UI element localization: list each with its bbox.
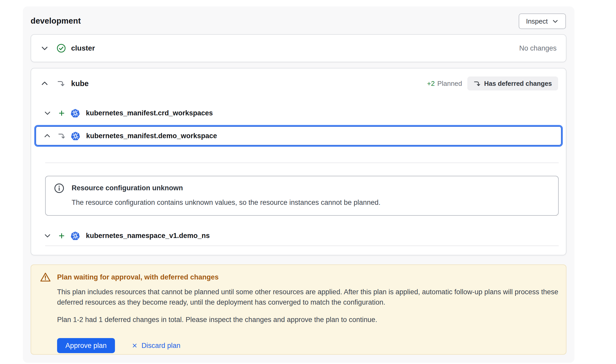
discard-plan-label: Discard plan [141, 342, 180, 350]
chevron-down-icon[interactable] [44, 109, 51, 117]
create-plus-icon [58, 110, 65, 117]
resource-name: kubernetes_manifest.demo_workspace [86, 132, 217, 140]
kube-component-card: kube +2 Planned Has deferred changes kub… [31, 68, 566, 255]
chevron-up-icon[interactable] [40, 79, 49, 88]
component-name: cluster [71, 44, 95, 52]
deployment-panel: development Inspect cluster No changes k… [23, 6, 574, 363]
deferred-arrow-icon [474, 80, 481, 87]
chevron-down-icon[interactable] [40, 44, 49, 52]
warning-body: This plan includes resources that cannot… [57, 287, 560, 307]
info-icon [54, 183, 64, 193]
resource-config-unknown-alert: Resource configuration unknown The resou… [45, 176, 559, 216]
create-plus-icon [58, 232, 65, 239]
discard-plan-link[interactable]: Discard plan [132, 342, 180, 350]
approve-plan-button[interactable]: Approve plan [57, 338, 115, 353]
chevron-down-icon [552, 18, 559, 25]
resource-row-crd-workspaces[interactable]: kubernetes_manifest.crd_workspaces [44, 105, 558, 121]
badge-label: Has deferred changes [484, 80, 552, 87]
warning-triangle-icon [40, 272, 51, 283]
resource-name: kubernetes_manifest.crd_workspaces [86, 109, 213, 117]
plan-approval-warning: Plan waiting for approval, with deferred… [31, 264, 566, 355]
resource-name: kubernetes_namespace_v1.demo_ns [86, 232, 210, 240]
success-check-icon [57, 44, 66, 53]
resource-row-demo-ns[interactable]: kubernetes_namespace_v1.demo_ns [44, 227, 558, 244]
warning-title: Plan waiting for approval, with deferred… [57, 273, 219, 281]
chevron-up-icon[interactable] [43, 132, 51, 140]
page-title: development [31, 16, 81, 26]
warning-summary: Plan 1-2 had 1 deferred changes in total… [57, 316, 377, 324]
kube-component-header[interactable]: kube +2 Planned Has deferred changes [40, 74, 558, 93]
x-icon [132, 342, 138, 349]
component-name: kube [71, 79, 89, 88]
has-deferred-changes-badge: Has deferred changes [467, 76, 558, 90]
alert-title: Resource configuration unknown [72, 184, 183, 192]
resource-row-demo-workspace-selected[interactable]: kubernetes_manifest.demo_workspace [34, 125, 563, 147]
planned-changes-count: +2 Planned [427, 80, 462, 88]
kubernetes-icon [71, 109, 80, 117]
kubernetes-icon [71, 231, 80, 240]
divider [45, 246, 559, 246]
inspect-button[interactable]: Inspect [519, 13, 566, 29]
deferred-arrow-icon [57, 80, 65, 87]
deferred-arrow-icon [58, 132, 65, 140]
component-status: No changes [519, 44, 557, 52]
warning-actions: Approve plan Discard plan [57, 338, 180, 353]
chevron-down-icon[interactable] [44, 232, 51, 240]
kubernetes-icon [71, 131, 80, 140]
inspect-button-label: Inspect [526, 17, 548, 25]
alert-body: The resource configuration contains unkn… [72, 199, 380, 207]
divider [45, 163, 559, 163]
cluster-component-card[interactable]: cluster No changes [31, 34, 566, 62]
